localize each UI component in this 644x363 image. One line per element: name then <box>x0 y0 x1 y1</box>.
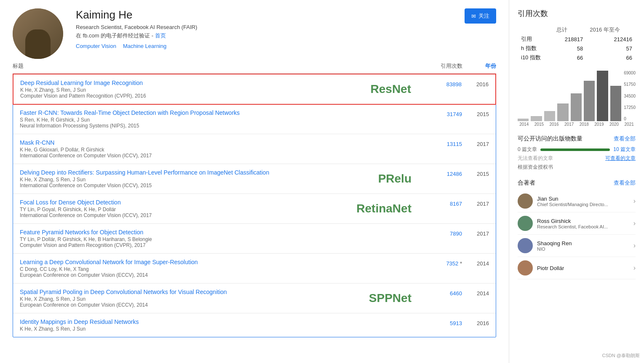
paper-title[interactable]: Spatial Pyramid Pooling in Deep Convolut… <box>20 289 227 295</box>
chart-labels: 20142015201620172018201920202021 <box>518 122 636 127</box>
cite-stat-since: 212416 <box>586 34 636 44</box>
chart-bar[interactable] <box>610 86 621 121</box>
coauthor-avatar <box>518 260 533 276</box>
coauthor-role: NIO <box>537 246 633 252</box>
chevron-right-icon: › <box>633 220 636 227</box>
access-progress-fill <box>540 148 610 151</box>
paper-cite[interactable]: 5913 <box>450 320 462 326</box>
coauthor-info: Ross Girshick Research Scientist, Facebo… <box>537 218 633 229</box>
chart-bar[interactable] <box>531 116 542 121</box>
paper-authors: K He, X Zhang, S Ren, J Sun <box>20 326 489 332</box>
paper-title[interactable]: Deep Residual Learning for Image Recogni… <box>20 79 143 86</box>
paper-title[interactable]: Focal Loss for Dense Object Detection <box>20 199 121 206</box>
tag-computer-vision[interactable]: Computer Vision <box>76 43 116 49</box>
cite-stat-row: i10 指数 66 66 <box>518 53 636 62</box>
paper-cite[interactable]: 6460 <box>450 290 462 297</box>
coauthor-row[interactable]: Ross Girshick Research Scientist, Facebo… <box>518 212 636 235</box>
paper-authors: TY Lin, P Dollár, R Girshick, K He, B Ha… <box>20 236 489 242</box>
paper-cite[interactable]: 83898 <box>446 81 462 87</box>
paper-title[interactable]: Delving Deep into Rectifiers: Surpassing… <box>20 169 269 176</box>
paper-year: 2017 <box>477 201 489 207</box>
paper-authors: K He, X Zhang, S Ren, J Sun <box>20 177 489 183</box>
paper-authors: C Dong, CC Loy, K He, X Tang <box>20 266 489 272</box>
paper-authors: TY Lin, P Goyal, R Girshick, K He, P Dol… <box>20 207 489 212</box>
access-note: 无法查看的文章 <box>518 155 553 162</box>
profile-name: Kaiming He <box>76 8 465 21</box>
cite-stat-row: h 指数 58 57 <box>518 44 636 53</box>
tag-machine-learning[interactable]: Machine Learning <box>123 43 166 49</box>
profile-info: Kaiming He Research Scientist, Facebook … <box>76 8 465 49</box>
watermark: CSDN @泰勒朗斯 <box>602 352 640 359</box>
paper-venue: European Conference on Computer Vision (… <box>20 272 489 278</box>
chevron-right-icon: › <box>633 197 636 205</box>
chart-yaxis: 69000 51750 34500 17250 0 <box>622 71 636 121</box>
chevron-right-icon: › <box>633 264 636 272</box>
paper-authors: K He, X Zhang, S Ren, J Sun <box>20 87 489 93</box>
paper-title[interactable]: Faster R-CNN: Towards Real-Time Object D… <box>20 109 240 116</box>
access-count-yes: 10 篇文章 <box>613 146 636 153</box>
paper-venue: Neural Information Processing Systems (N… <box>20 123 489 129</box>
cite-stat-since: 57 <box>586 44 636 53</box>
paper-row: Spatial Pyramid Pooling in Deep Convolut… <box>13 284 496 313</box>
col-cite: 引用次数 <box>420 62 462 70</box>
avatar <box>13 8 63 59</box>
paper-title[interactable]: Feature Pyramid Networks for Object Dete… <box>20 229 143 236</box>
coauthor-row[interactable]: Jian Sun Chief Scientist/Managing Direct… <box>518 190 636 212</box>
coauthor-name: Shaoqing Ren <box>537 240 633 246</box>
col-since-header: 2016 年至今 <box>586 25 636 34</box>
paper-title[interactable]: Identity Mappings in Deep Residual Netwo… <box>20 318 139 325</box>
fund-note: 根据资金授权书 <box>518 164 636 171</box>
cite-title: 引用次数 <box>518 8 636 19</box>
follow-button[interactable]: ✉ 关注 <box>465 8 496 24</box>
chart-bar[interactable] <box>597 71 608 121</box>
cite-stat-total: 218817 <box>553 34 586 44</box>
coauthors-section: 合著者 查看全部 Jian Sun Chief Scientist/Managi… <box>518 179 636 279</box>
yaxis-val-1: 51750 <box>624 82 636 87</box>
profile-section: Kaiming He Research Scientist, Facebook … <box>13 8 496 59</box>
access-accessible-link[interactable]: 可查看的文章 <box>605 155 636 162</box>
yaxis-val-3: 17250 <box>624 105 636 110</box>
col-title: 标题 <box>13 62 420 70</box>
chart-year-label: 2017 <box>563 122 576 127</box>
coauthors-view-all[interactable]: 查看全部 <box>614 179 636 187</box>
coauthor-row[interactable]: Piotr Dollár › <box>518 257 636 279</box>
paper-cite[interactable]: 7890 <box>450 231 462 237</box>
paper-venue: Computer Vision and Pattern Recognition … <box>20 242 489 248</box>
cite-stat-total: 66 <box>553 53 586 62</box>
paper-title[interactable]: Mask R-CNN <box>20 139 54 146</box>
coauthors-header: 合著者 查看全部 <box>518 179 636 187</box>
papers-list: Deep Residual Learning for Image Recogni… <box>13 74 496 337</box>
coauthors-title: 合著者 <box>518 179 535 187</box>
chart-year-label: 2016 <box>548 122 561 127</box>
yaxis-val-0: 69000 <box>624 71 636 75</box>
homepage-link[interactable]: 首页 <box>155 32 166 39</box>
paper-cite[interactable]: 13115 <box>447 141 462 147</box>
access-progress-bar <box>540 148 610 151</box>
paper-cite[interactable]: 7352 * <box>446 260 462 267</box>
paper-year: 2014 <box>477 290 489 297</box>
paper-cite[interactable]: 8167 <box>450 201 462 207</box>
col-year[interactable]: 年份 <box>462 62 496 70</box>
chart-bar[interactable] <box>571 93 582 121</box>
paper-year: 2016 <box>477 320 489 326</box>
paper-row: Feature Pyramid Networks for Object Dete… <box>13 224 496 254</box>
chart-bar[interactable] <box>544 111 555 121</box>
access-view-all[interactable]: 查看全部 <box>614 135 636 143</box>
paper-cite[interactable]: 31749 <box>447 111 462 117</box>
yaxis-val-2: 34500 <box>624 94 636 98</box>
chart-bar[interactable] <box>557 103 568 121</box>
coauthor-name: Piotr Dollár <box>537 265 633 271</box>
chevron-right-icon: › <box>633 242 636 249</box>
coauthor-row[interactable]: Shaoqing Ren NIO › <box>518 235 636 257</box>
chart-bar[interactable] <box>584 81 595 121</box>
paper-cite[interactable]: 12486 <box>447 171 462 177</box>
access-count-no: 0 篇文章 <box>518 146 537 153</box>
coauthor-avatar <box>518 193 533 209</box>
cite-stat-total: 58 <box>553 44 586 53</box>
paper-authors: S Ren, K He, R Girshick, J Sun <box>20 117 489 123</box>
paper-year: 2016 <box>476 81 489 87</box>
follow-btn-wrap: ✉ 关注 <box>465 8 496 24</box>
chart-bar[interactable] <box>518 119 529 121</box>
paper-title[interactable]: Learning a Deep Convolutional Network fo… <box>20 259 198 265</box>
paper-year: 2015 <box>477 111 489 117</box>
